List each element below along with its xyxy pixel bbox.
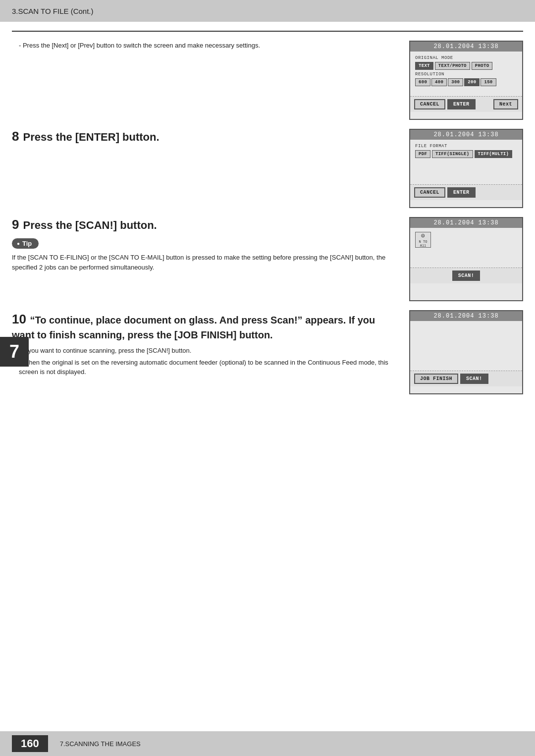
- step9-left: 9 Press the [SCAN!] button. Tip If the […: [12, 217, 397, 301]
- screen3-datetime: 28.01.2004 13:38: [410, 218, 522, 228]
- step9-row: 9 Press the [SCAN!] button. Tip If the […: [12, 217, 523, 301]
- screen3: 28.01.2004 13:38 ⊙ N TO All SCAN!: [409, 217, 523, 301]
- step10-left: 10 “To continue, place document on glass…: [12, 310, 397, 394]
- step10-section: 10 “To continue, place document on glass…: [0, 310, 535, 429]
- step10-row: 10 “To continue, place document on glass…: [12, 310, 523, 394]
- step8-left: 8 Press the [ENTER] button.: [12, 129, 397, 208]
- screen3-container: 28.01.2004 13:38 ⊙ N TO All SCAN!: [409, 217, 523, 301]
- screen1-resolution-label: RESOLUTION: [415, 72, 517, 77]
- screen3-scan-btn[interactable]: SCAN!: [452, 270, 481, 281]
- intro-left: Press the [Next] or [Prev] button to swi…: [12, 41, 397, 120]
- screen1-container: 28.01.2004 13:38 ORIGINAL MODE TEXT TEXT…: [409, 41, 523, 120]
- step10-bullet1: If you want to continue scanning, press …: [19, 346, 397, 356]
- screen2-file-format-label: FILE FORMAT: [415, 144, 517, 149]
- step10-bullet2: When the original is set on the reversin…: [19, 358, 397, 377]
- screen2-bottom-bar: CANCEL ENTER: [410, 184, 522, 200]
- screen2: 28.01.2004 13:38 FILE FORMAT PDF TIFF(SI…: [409, 129, 523, 208]
- screen1-enter-btn[interactable]: ENTER: [447, 99, 476, 109]
- screen1-res400[interactable]: 400: [431, 78, 447, 86]
- intro-bullet: Press the [Next] or [Prev] button to swi…: [19, 41, 397, 51]
- screen1-mode-buttons: TEXT TEXT/PHOTO PHOTO: [415, 62, 517, 70]
- top-rule: [12, 31, 523, 32]
- screen1-resolution-buttons: 600 400 300 200 150: [415, 78, 517, 86]
- step9-section: 9 Press the [SCAN!] button. Tip If the […: [0, 217, 535, 301]
- screen2-body: FILE FORMAT PDF TIFF(SINGLE) TIFF(MULTI): [410, 140, 522, 184]
- screen4: 28.01.2004 13:38 JOB FINISH SCAN!: [409, 310, 523, 394]
- screen2-tiff-multi-btn[interactable]: TIFF(MULTI): [475, 150, 513, 158]
- intro-row: Press the [Next] or [Prev] button to swi…: [12, 41, 523, 120]
- icon-line2: N TO: [419, 240, 428, 244]
- step10-title: 10 “To continue, place document on glass…: [12, 310, 397, 342]
- screen1-res150[interactable]: 150: [481, 78, 496, 86]
- screen1-res600[interactable]: 600: [415, 78, 430, 86]
- footer-section-label: 7.SCANNING THE IMAGES: [60, 740, 141, 748]
- step8-number: 8: [12, 129, 19, 144]
- screen4-jobfinish-btn[interactable]: JOB FINISH: [414, 374, 458, 384]
- screen2-format-buttons: PDF TIFF(SINGLE) TIFF(MULTI): [415, 150, 517, 158]
- screen2-datetime: 28.01.2004 13:38: [410, 130, 522, 140]
- screen1-original-mode-label: ORIGINAL MODE: [415, 55, 517, 60]
- screen1-res200[interactable]: 200: [464, 78, 480, 86]
- step9-number: 9: [12, 217, 19, 232]
- main-content: Press the [Next] or [Prev] button to swi…: [0, 22, 535, 208]
- side-badge: 7: [0, 337, 29, 367]
- screen1-body: ORIGINAL MODE TEXT TEXT/PHOTO PHOTO RESO…: [410, 52, 522, 96]
- header-title: 3.SCAN TO FILE (Cont.): [12, 7, 94, 15]
- screen1-next-btn[interactable]: Next: [493, 99, 518, 109]
- screen1-res300[interactable]: 300: [448, 78, 463, 86]
- icon-line3: All: [420, 244, 427, 248]
- screen1-textphoto-btn[interactable]: TEXT/PHOTO: [435, 62, 470, 70]
- step8-title-text: Press the [ENTER] button.: [23, 131, 160, 143]
- icon-line1: ⊙: [421, 232, 425, 240]
- page-number: 160: [12, 735, 48, 752]
- step8-title: 8 Press the [ENTER] button.: [12, 129, 397, 144]
- screen2-cancel-btn[interactable]: CANCEL: [414, 187, 445, 198]
- step9-title-text: Press the [SCAN!] button.: [23, 219, 157, 231]
- screen4-scan-btn[interactable]: SCAN!: [460, 374, 488, 384]
- screen1-text-btn[interactable]: TEXT: [415, 62, 433, 70]
- screen1-photo-btn[interactable]: PHOTO: [472, 62, 493, 70]
- screen4-container: 28.01.2004 13:38 JOB FINISH SCAN!: [409, 310, 523, 394]
- scan-to-all-icon: ⊙ N TO All: [415, 232, 431, 248]
- tip-label: Tip: [12, 238, 39, 249]
- screen3-bottom-bar: SCAN!: [410, 268, 522, 283]
- screen2-container: 28.01.2004 13:38 FILE FORMAT PDF TIFF(SI…: [409, 129, 523, 208]
- screen1-cancel-btn[interactable]: CANCEL: [414, 99, 445, 109]
- screen1-datetime: 28.01.2004 13:38: [410, 42, 522, 52]
- screen4-datetime: 28.01.2004 13:38: [410, 311, 522, 321]
- step9-title: 9 Press the [SCAN!] button.: [12, 217, 397, 232]
- footer-bar: 160 7.SCANNING THE IMAGES: [0, 731, 535, 756]
- screen2-tiff-single-btn[interactable]: TIFF(SINGLE): [432, 150, 473, 158]
- screen4-body: [410, 321, 522, 371]
- screen4-bottom-bar: JOB FINISH SCAN!: [410, 371, 522, 386]
- screen2-enter-btn[interactable]: ENTER: [447, 187, 476, 198]
- tip-text: If the [SCAN TO E-FILING] or the [SCAN T…: [12, 253, 397, 272]
- screen3-icon-area: ⊙ N TO All: [410, 228, 522, 268]
- screen1: 28.01.2004 13:38 ORIGINAL MODE TEXT TEXT…: [409, 41, 523, 120]
- header-bar: 3.SCAN TO FILE (Cont.): [0, 0, 535, 22]
- screen2-pdf-btn[interactable]: PDF: [415, 150, 430, 158]
- screen1-bottom-bar: CANCEL ENTER Next: [410, 96, 522, 112]
- step10-number: 10: [12, 312, 26, 326]
- step10-title-text: “To continue, place document on glass. A…: [12, 315, 375, 340]
- step8-row: 8 Press the [ENTER] button. 28.01.2004 1…: [12, 129, 523, 208]
